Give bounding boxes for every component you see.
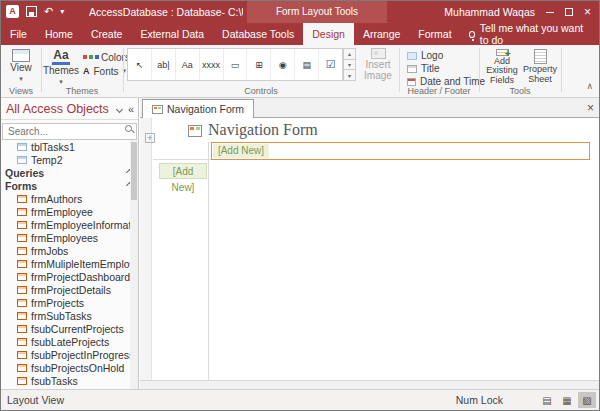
tab-file[interactable]: File	[1, 23, 36, 45]
sidebar-item-frmemployees[interactable]: frmEmployees	[1, 231, 138, 244]
sidebar-item-frmemployeeinformation[interactable]: frmEmployeeInformation	[1, 218, 138, 231]
sidebar-item-label: frmJobs	[31, 245, 68, 257]
search-icon[interactable]	[125, 125, 132, 132]
add-existing-fields-button[interactable]: Add Existing Fields	[483, 47, 521, 85]
textbox-control[interactable]: ab|	[152, 49, 176, 80]
collapse-ribbon-icon[interactable]: ∧	[586, 81, 593, 91]
dropdown-icon: ▾	[19, 74, 23, 84]
tab-home[interactable]: Home	[36, 23, 82, 45]
themes-button[interactable]: Aa Themes ▾	[43, 47, 79, 85]
sidebar-item-fsubprojectinprogress[interactable]: fsubProjectInProgress	[1, 348, 138, 361]
navigation-pane-header[interactable]: All Access Objects «	[1, 98, 138, 120]
sidebar-item-tbltasks1[interactable]: tblTasks1	[1, 140, 138, 153]
tab-arrange[interactable]: Arrange	[354, 23, 409, 45]
qat-dropdown-icon[interactable]: ▾	[60, 7, 64, 16]
user-name[interactable]: Muhammad Waqas	[444, 1, 535, 23]
form-view-icon[interactable]: ▤	[538, 392, 556, 408]
hyperlink-control[interactable]: ⊞	[247, 49, 271, 80]
search-input[interactable]	[2, 123, 137, 140]
layout-view-icon[interactable]: ▧	[578, 392, 596, 408]
sidebar-item-frmemployee[interactable]: frmEmployee	[1, 205, 138, 218]
close-document-icon[interactable]: ×	[587, 100, 594, 116]
button-control[interactable]: xxxx	[200, 49, 224, 80]
sidebar-scrollbar[interactable]	[130, 140, 138, 389]
tab-create[interactable]: Create	[82, 23, 132, 45]
sidebar-item-frmprojectdetails[interactable]: frmProjectDetails	[1, 283, 138, 296]
view-button[interactable]: View ▾	[3, 47, 39, 85]
sidebar-item-frmprojectdashboard[interactable]: frmProjectDashboard	[1, 270, 138, 283]
form-title[interactable]: Navigation Form	[208, 121, 318, 139]
label-control[interactable]: Aa	[176, 49, 200, 80]
form-icon	[17, 260, 27, 268]
layout-selector-icon[interactable]: +	[145, 133, 155, 143]
sidebar-item-label: frmAuthors	[31, 193, 82, 205]
select-pointer-control[interactable]: ↖	[128, 49, 152, 80]
datasheet-view-icon[interactable]: ▦	[558, 392, 576, 408]
add-new-button-horizontal[interactable]: [Add New]	[213, 144, 269, 158]
insert-image-button[interactable]: Insert Image	[359, 47, 397, 85]
close-button[interactable]: ×	[578, 1, 597, 23]
sidebar-item-frmprojects[interactable]: frmProjects	[1, 296, 138, 309]
minimize-button[interactable]	[540, 1, 559, 23]
colors-label: Colors	[101, 52, 130, 63]
gallery-down-icon[interactable]: ▾	[343, 60, 356, 71]
form-icon	[17, 325, 27, 333]
sidebar-item-label: fsubProjectInProgress	[31, 349, 134, 361]
sidebar-item-frmauthors[interactable]: frmAuthors	[1, 192, 138, 205]
document-tab-navigation-form[interactable]: Navigation Form	[142, 99, 254, 118]
form-icon	[17, 273, 27, 281]
add-new-button-vertical[interactable]: [Add New]	[159, 163, 207, 179]
logo-button[interactable]: Logo	[403, 49, 485, 62]
title-button[interactable]: Title	[403, 62, 485, 75]
sidebar-item-label: frmSubTasks	[31, 310, 92, 322]
sidebar-item-fsubtasks[interactable]: fsubTasks	[1, 374, 138, 387]
themes-icon: Aa	[52, 49, 69, 65]
list-box-control[interactable]: ▤	[295, 49, 319, 80]
horizontal-scrollbar[interactable]	[140, 380, 599, 389]
sidebar-item-label: fsubCurrentProjects	[31, 323, 124, 335]
controls-gallery: ↖ ab| Aa xxxx ▭ ⊞ ◉ ▤ ☑	[127, 48, 343, 81]
tab-design[interactable]: Design	[303, 23, 354, 45]
checkbox-control[interactable]: ☑	[319, 49, 342, 80]
property-sheet-button[interactable]: Property Sheet	[522, 47, 558, 85]
grid-line	[208, 142, 209, 380]
tab-database-tools[interactable]: Database Tools	[213, 23, 303, 45]
gallery-up-icon[interactable]: ▴	[343, 48, 356, 60]
sidebar-section-forms[interactable]: Forms	[1, 179, 138, 192]
access-window: Form Layout Tools A ↶ ▾ AccessDatabase :…	[0, 0, 600, 411]
property-sheet-icon	[534, 49, 547, 64]
save-icon[interactable]	[26, 6, 37, 17]
sidebar-item-label: Temp2	[31, 154, 63, 166]
themes-button-label: Themes	[43, 66, 79, 76]
sidebar-item-fsubprojectsonhold[interactable]: fsubProjectsOnHold	[1, 361, 138, 374]
tab-external-data[interactable]: External Data	[131, 23, 213, 45]
tell-me-box[interactable]: Tell me what you want to do	[461, 23, 599, 45]
nav-pane-menu-icon[interactable]	[116, 105, 123, 112]
access-app-icon[interactable]: A	[6, 5, 19, 18]
sidebar-item-fsublateprojects[interactable]: fsubLateProjects	[1, 335, 138, 348]
scrollbar-thumb[interactable]	[131, 142, 137, 200]
sidebar-item-frmjobs[interactable]: frmJobs	[1, 244, 138, 257]
navigation-pane-icons: «	[117, 98, 134, 120]
form-icon	[17, 364, 27, 372]
sidebar-item-fsubcurrentprojects[interactable]: fsubCurrentProjects	[1, 322, 138, 335]
sidebar-item-frmmulipleitememployee[interactable]: frmMulipleItemEmployee	[1, 257, 138, 270]
selected-navigation-row[interactable]: [Add New]	[211, 142, 590, 160]
restore-button[interactable]	[559, 1, 578, 23]
navigation-pane-title: All Access Objects	[6, 102, 109, 116]
undo-icon[interactable]: ↶	[44, 5, 53, 18]
search-box	[2, 121, 137, 138]
sidebar-section-queries[interactable]: Queries	[1, 166, 138, 179]
document-area: Navigation Form × Navigation Form + [Add…	[140, 98, 599, 389]
sidebar-item-frmsubtasks[interactable]: frmSubTasks	[1, 309, 138, 322]
tab-control[interactable]: ▭	[224, 49, 248, 80]
option-button-control[interactable]: ◉	[271, 49, 295, 80]
tab-format[interactable]: Format	[409, 23, 460, 45]
sidebar-item-label: fsubTasks	[31, 375, 78, 387]
restore-icon	[565, 8, 573, 16]
property-sheet-label-2: Sheet	[528, 75, 552, 84]
shutter-close-icon[interactable]: «	[128, 103, 134, 115]
gallery-more-icon[interactable]: ▾	[343, 70, 356, 81]
sidebar-item-temp2[interactable]: Temp2	[1, 153, 138, 166]
document-tab-label: Navigation Form	[167, 103, 244, 115]
